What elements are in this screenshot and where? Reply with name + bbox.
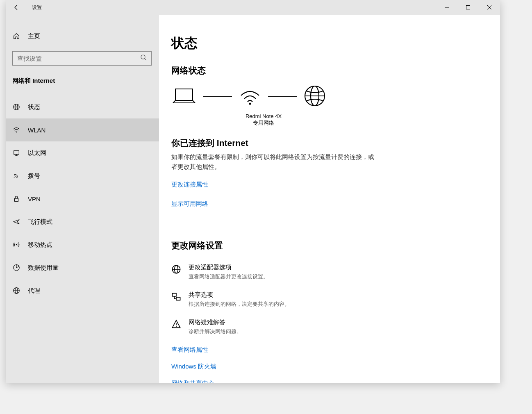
maximize-button[interactable]: [457, 0, 479, 15]
dialup-icon: [12, 172, 20, 180]
ethernet-icon: [12, 149, 20, 157]
minimize-button[interactable]: [436, 0, 457, 15]
link-show-networks[interactable]: 显示可用网络: [171, 200, 208, 208]
svg-rect-14: [15, 198, 18, 201]
globe-icon: [171, 264, 182, 276]
option-sharing[interactable]: 共享选项 根据所连接到的网络，决定要共享的内容。: [171, 291, 500, 308]
svg-point-13: [14, 177, 15, 178]
svg-point-31: [176, 326, 177, 327]
nav-label: VPN: [28, 196, 41, 202]
minimize-icon: [444, 5, 449, 10]
connection-line: [268, 96, 297, 97]
nav-label: WLAN: [28, 127, 45, 134]
connected-desc: 如果你的流量套餐有限制，则你可以将此网络设置为按流量计费的连接，或者更改其他属性…: [171, 152, 376, 172]
airplane-icon: [12, 218, 20, 225]
wifi-large-icon: [239, 86, 261, 107]
sidebar-category: 网络和 Internet: [6, 70, 159, 89]
option-title: 网络疑难解答: [189, 318, 242, 326]
desktop-background: 设置 主页: [0, 0, 532, 414]
svg-rect-29: [176, 297, 180, 300]
nav-label: 代理: [28, 287, 40, 295]
svg-point-21: [249, 103, 251, 105]
nav-label: 以太网: [28, 149, 46, 157]
nav-label: 状态: [28, 103, 40, 111]
link-change-connection[interactable]: 更改连接属性: [171, 181, 208, 189]
body: 主页 网络和 Internet 状态: [6, 15, 500, 383]
hotspot-icon: [12, 241, 20, 248]
settings-window: 设置 主页: [6, 0, 500, 383]
globe-icon: [12, 103, 20, 111]
titlebar: 设置: [6, 0, 500, 15]
option-title: 更改适配器选项: [189, 264, 268, 271]
close-button[interactable]: [479, 0, 500, 15]
svg-rect-28: [172, 293, 176, 296]
option-adapter[interactable]: 更改适配器选项 查看网络适配器并更改连接设置。: [171, 264, 500, 280]
wifi-icon: [12, 126, 20, 134]
link-view-network-props[interactable]: 查看网络属性: [171, 346, 500, 354]
sidebar: 主页 网络和 Internet 状态: [6, 15, 159, 383]
link-windows-firewall[interactable]: Windows 防火墙: [171, 363, 500, 371]
sidebar-home-label: 主页: [28, 32, 40, 40]
svg-line-5: [145, 59, 146, 60]
pie-chart-icon: [12, 264, 20, 271]
nav-item-dialup[interactable]: 拨号: [6, 164, 159, 187]
back-button[interactable]: [6, 0, 27, 15]
content: 状态 网络状态 Redmi Note 4X: [159, 15, 500, 383]
vpn-icon: [12, 195, 20, 202]
globe-icon: [12, 287, 20, 294]
nav-item-hotspot[interactable]: 移动热点: [6, 233, 159, 256]
nettype-label: 专用网络: [227, 119, 300, 127]
network-diagram: [171, 84, 500, 109]
option-desc: 查看网络适配器并更改连接设置。: [189, 273, 268, 280]
link-network-sharing-center[interactable]: 网络和共享中心: [171, 380, 500, 383]
sidebar-home[interactable]: 主页: [6, 27, 159, 45]
ssid-label: Redmi Note 4X: [227, 113, 300, 119]
laptop-icon: [171, 86, 197, 107]
nav-item-vpn[interactable]: VPN: [6, 187, 159, 210]
section-change-settings: 更改网络设置: [171, 240, 500, 251]
section-netstatus: 网络状态: [171, 65, 500, 76]
search-input[interactable]: [17, 55, 140, 62]
connected-title: 你已连接到 Internet: [171, 137, 500, 149]
option-troubleshoot[interactable]: 网络疑难解答 诊断并解决网络问题。: [171, 318, 500, 335]
nav-item-data-usage[interactable]: 数据使用量: [6, 256, 159, 279]
search-wrap: [6, 45, 159, 70]
nav-label: 飞行模式: [28, 218, 52, 226]
nav-item-status[interactable]: 状态: [6, 96, 159, 118]
window-controls: [436, 0, 500, 15]
svg-rect-1: [466, 6, 470, 9]
svg-point-4: [141, 55, 145, 59]
sharing-icon: [171, 292, 182, 303]
home-icon: [12, 32, 20, 40]
search-icon: [140, 54, 147, 62]
svg-point-15: [16, 244, 17, 246]
nav-item-airplane[interactable]: 飞行模式: [6, 210, 159, 233]
arrow-left-icon: [13, 4, 20, 11]
option-desc: 根据所连接到的网络，决定要共享的内容。: [189, 300, 290, 308]
nav-item-wlan[interactable]: WLAN: [6, 118, 159, 141]
window-title: 设置: [32, 4, 42, 11]
nav-label: 拨号: [28, 172, 40, 180]
maximize-icon: [466, 5, 471, 10]
page-title: 状态: [171, 34, 500, 52]
nav-item-ethernet[interactable]: 以太网: [6, 141, 159, 164]
option-title: 共享选项: [189, 291, 290, 299]
option-desc: 诊断并解决网络问题。: [189, 328, 242, 335]
connection-line: [203, 96, 232, 97]
svg-point-9: [16, 132, 17, 133]
close-icon: [487, 5, 492, 10]
nav-label: 数据使用量: [28, 264, 59, 272]
svg-rect-20: [175, 89, 193, 100]
svg-rect-10: [14, 151, 19, 155]
globe-large-icon: [303, 84, 326, 109]
search-box[interactable]: [12, 51, 152, 66]
nav-list: 状态 WLAN 以太网 拨号: [6, 96, 159, 302]
network-labels: Redmi Note 4X 专用网络: [227, 113, 300, 127]
warning-icon: [171, 319, 182, 331]
nav-item-proxy[interactable]: 代理: [6, 279, 159, 302]
nav-label: 移动热点: [28, 241, 52, 249]
